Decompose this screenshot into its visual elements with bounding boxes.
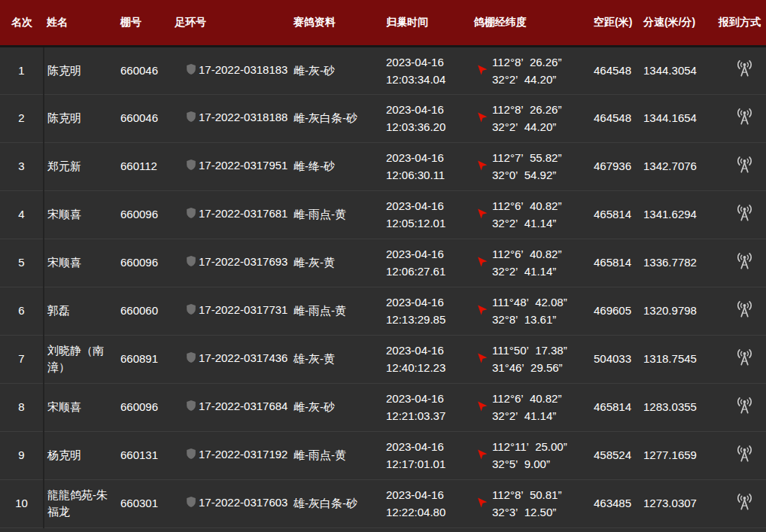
radio-tower-icon xyxy=(734,251,755,275)
nav-arrow-icon[interactable] xyxy=(476,399,487,415)
pigeon-info-cell: 雌-雨点-黄 xyxy=(293,190,385,239)
nav-arrow-icon[interactable] xyxy=(476,158,487,175)
speed-value: 1344.3054 xyxy=(643,64,697,77)
col-header-ring: 足环号 xyxy=(175,0,293,46)
nav-arrow-icon[interactable] xyxy=(476,351,487,367)
homing-time: 12:03:36.20 xyxy=(386,118,474,135)
ring-number: 17-2022-0318188 xyxy=(199,111,287,123)
loft-number: 660046 xyxy=(120,111,158,124)
loft-cell: 660096 xyxy=(117,239,175,287)
distance-value: 465814 xyxy=(594,256,631,269)
rank-value: 6 xyxy=(18,304,24,317)
distance-value: 467936 xyxy=(594,160,631,172)
nav-arrow-icon[interactable] xyxy=(476,302,487,319)
shield-icon xyxy=(186,351,196,368)
loft-cell: 660096 xyxy=(117,383,175,431)
nav-arrow-icon[interactable] xyxy=(476,62,487,79)
loft-number: 660060 xyxy=(120,304,158,317)
shield-icon xyxy=(186,255,196,272)
name-cell: 刘晓静（南漳） xyxy=(44,335,117,383)
homing-time: 12:06:27.61 xyxy=(386,263,474,280)
rank-value: 4 xyxy=(18,208,24,220)
pigeon-info-cell: 雌-绛-砂 xyxy=(293,142,385,190)
distance-value: 463485 xyxy=(594,497,631,509)
nav-arrow-icon[interactable] xyxy=(476,447,487,464)
rank-value: 9 xyxy=(18,448,24,461)
pigeon-info: 雌-灰-砂 xyxy=(293,64,335,77)
loft-number: 660096 xyxy=(120,208,158,220)
radio-tower-icon xyxy=(734,443,755,468)
loft-cell: 660891 xyxy=(117,335,175,383)
speed-value: 1341.6294 xyxy=(643,208,697,220)
report-method-cell xyxy=(711,190,766,239)
longitude: 112°7’ 55.82” xyxy=(492,149,561,166)
name-cell: 宋顺喜 xyxy=(44,239,117,287)
pigeon-info-cell: 雌-灰-黄 xyxy=(293,239,385,287)
pigeon-race-results-table: 名次 姓名 棚号 足环号 赛鸽资料 归巢时间 鸽棚经纬度 空距(米) 分速(米/… xyxy=(0,0,766,528)
homing-time: 12:06:30.11 xyxy=(386,166,474,184)
coordinates-cell: 112°6’ 40.82” 32°2’ 41.14” xyxy=(474,383,591,431)
table-row: 10 龍龍鸽苑-朱福龙 660301 17-2022-0317603 雄-灰白条… xyxy=(0,479,766,527)
name-cell: 龍龍鸽苑-朱福龙 xyxy=(44,479,117,527)
shield-icon xyxy=(186,303,196,320)
pigeon-info: 雌-灰-黄 xyxy=(293,256,335,269)
shield-icon xyxy=(186,448,196,464)
speed-cell: 1320.9798 xyxy=(640,287,711,335)
report-method-cell xyxy=(711,335,766,383)
ring-cell: 17-2022-0318188 xyxy=(175,94,293,142)
ring-cell: 17-2022-0317693 xyxy=(175,239,293,287)
col-header-rank: 名次 xyxy=(0,0,44,46)
pigeon-info: 雌-雨点-黄 xyxy=(293,304,346,317)
ring-number: 17-2022-0317731 xyxy=(199,303,287,316)
speed-cell: 1283.0355 xyxy=(640,383,711,431)
distance-cell: 465814 xyxy=(591,383,640,431)
nav-arrow-icon[interactable] xyxy=(476,254,487,271)
coordinates-cell: 111°48’ 42.08” 32°8’ 13.61” xyxy=(474,287,591,335)
longitude: 112°8’ 26.26” xyxy=(492,53,561,71)
latitude: 32°8’ 13.61” xyxy=(492,311,567,328)
rank-value: 10 xyxy=(15,497,28,509)
latitude: 32°5’ 9.00” xyxy=(492,455,567,473)
ring-cell: 17-2022-0317436 xyxy=(175,335,293,383)
distance-cell: 464548 xyxy=(591,94,640,142)
shield-icon xyxy=(186,111,196,127)
nav-arrow-icon[interactable] xyxy=(476,110,487,126)
speed-value: 1320.9798 xyxy=(643,304,697,317)
report-method-cell xyxy=(711,239,766,287)
pigeon-info: 雌-绛-砂 xyxy=(293,160,335,172)
owner-name: 宋顺喜 xyxy=(47,400,81,413)
nav-arrow-icon[interactable] xyxy=(476,495,487,512)
report-method-cell xyxy=(711,383,766,431)
radio-tower-icon xyxy=(734,202,755,227)
loft-number: 660096 xyxy=(120,256,158,269)
report-method-cell xyxy=(711,479,766,527)
latitude: 31°46’ 29.56” xyxy=(492,359,567,376)
rank-value: 8 xyxy=(18,400,24,413)
rank-cell: 3 xyxy=(0,142,44,190)
report-method-cell xyxy=(711,46,766,94)
rank-cell: 9 xyxy=(0,431,44,479)
speed-cell: 1344.1654 xyxy=(640,94,711,142)
homing-time: 12:13:29.85 xyxy=(386,311,474,328)
coordinates-cell: 112°11’ 25.00” 32°5’ 9.00” xyxy=(474,431,591,479)
name-cell: 陈克明 xyxy=(44,46,117,94)
owner-name: 杨克明 xyxy=(47,448,81,461)
radio-tower-icon xyxy=(734,106,755,131)
loft-number: 660096 xyxy=(120,400,158,413)
pigeon-info: 雌-雨点-黄 xyxy=(293,208,346,220)
loft-number: 660112 xyxy=(120,160,157,172)
rank-cell: 4 xyxy=(0,190,44,239)
pigeon-info: 雄-灰白条-砂 xyxy=(293,497,357,509)
loft-cell: 660112 xyxy=(117,142,175,190)
nav-arrow-icon[interactable] xyxy=(476,206,487,223)
speed-cell: 1318.7545 xyxy=(640,335,711,383)
longitude: 112°6’ 40.82” xyxy=(492,245,561,263)
owner-name: 龍龍鸽苑-朱福龙 xyxy=(47,488,108,518)
distance-cell: 469605 xyxy=(591,287,640,335)
ring-cell: 17-2022-0317192 xyxy=(175,431,293,479)
name-cell: 郑元新 xyxy=(44,142,117,190)
distance-cell: 465814 xyxy=(591,239,640,287)
radio-tower-icon xyxy=(734,347,755,372)
homing-time-cell: 2023-04-16 12:06:30.11 xyxy=(385,142,474,190)
homing-date: 2023-04-16 xyxy=(386,438,474,455)
